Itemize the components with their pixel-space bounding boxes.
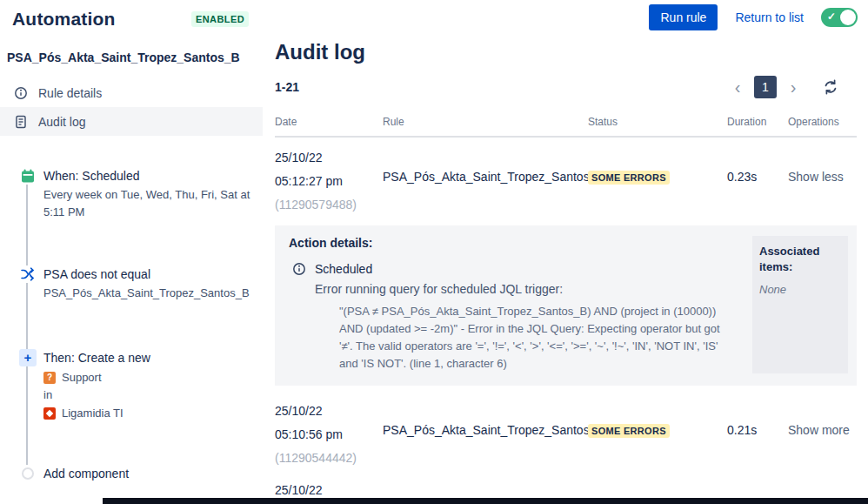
document-icon	[14, 115, 28, 129]
enabled-badge: ENABLED	[191, 11, 249, 27]
flow-action[interactable]: + Then: Create a new ? Support in Ligami…	[19, 349, 263, 423]
run-date: 25/10/22	[275, 400, 383, 423]
automation-app: Automation ENABLED PSA_Pós_Akta_Saint_Tr…	[0, 0, 868, 504]
refresh-icon[interactable]	[822, 78, 839, 96]
condition-title: PSA does not equal	[43, 265, 250, 281]
status-badge: SOME ERRORS	[588, 171, 670, 185]
run-time: 05:10:56 pm	[275, 423, 383, 447]
branch-icon	[19, 265, 37, 283]
show-less-link[interactable]: Show less	[778, 146, 857, 217]
add-component-label: Add component	[43, 465, 129, 480]
flow-connector-line	[26, 176, 28, 474]
run-rule-button[interactable]: Run rule	[649, 4, 718, 30]
table-row: 25/10/22 05:10:56 pm (11290544442) PSA_P…	[275, 391, 857, 470]
associated-items-box: Associated items: None	[752, 236, 848, 373]
flow-condition[interactable]: PSA does not equal PSA_Pós_Akta_Saint_Tr…	[19, 265, 263, 302]
trigger-title: When: Scheduled	[43, 167, 252, 183]
rule-enabled-toggle[interactable]: ✓	[821, 8, 858, 27]
issue-type-icon: ?	[43, 372, 56, 384]
sidebar-item-rule-details[interactable]: Rule details	[0, 78, 263, 107]
status-badge: SOME ERRORS	[588, 424, 670, 438]
page-title: Automation	[12, 9, 116, 30]
table-row: 25/10/22 05:12:27 pm (11290579488) PSA_P…	[275, 138, 857, 217]
add-component[interactable]: Add component	[19, 465, 263, 482]
event-title: Scheduled	[315, 262, 372, 276]
pagination: ‹ 1 ›	[728, 76, 857, 98]
sidebar-item-label: Audit log	[38, 115, 85, 129]
audit-log-panel: Audit log 1-21 ‹ 1 › Date Rule Status Du…	[275, 0, 857, 504]
plus-icon: +	[19, 349, 37, 366]
col-status: Status	[588, 116, 727, 128]
rule-name: PSA_Pós_Akta_Saint_Tropez_Santos_B	[7, 50, 256, 64]
sidebar-item-audit-log[interactable]: Audit log	[0, 107, 263, 136]
run-time: 05:12:27 pm	[275, 170, 383, 193]
error-intro: Error running query for scheduled JQL tr…	[315, 282, 740, 296]
action-details-content: Action details: Scheduled Error running …	[289, 236, 740, 373]
run-status-cell: SOME ERRORS	[588, 146, 727, 217]
run-id: (11290579488)	[275, 193, 383, 217]
event-row: Scheduled	[292, 262, 740, 276]
col-operations: Operations	[778, 116, 857, 128]
window-edge-bar	[103, 498, 868, 504]
sidebar-item-label: Rule details	[38, 86, 102, 100]
result-range: 1-21	[275, 80, 299, 94]
action-connector-word: in	[43, 386, 150, 405]
error-message: "(PSA ≠ PSA_Pós_Akta_Saint_Tropez_Santos…	[339, 303, 729, 373]
run-duration: 0.23s	[727, 146, 778, 217]
action-project: Ligamidia TI	[62, 405, 124, 423]
action-details: ? Support in Ligamidia TI	[43, 369, 150, 423]
run-date-cell: 25/10/22 05:12:27 pm (11290579488)	[275, 146, 383, 217]
run-status-cell: SOME ERRORS	[588, 400, 727, 470]
action-details-heading: Action details:	[289, 236, 740, 250]
sidebar-nav: Rule details Audit log	[0, 78, 263, 136]
run-date-cell: 25/10/22 05:10:56 pm (11290544442)	[275, 400, 383, 470]
run-duration: 0.21s	[727, 400, 778, 470]
sidebar: Automation ENABLED PSA_Pós_Akta_Saint_Tr…	[0, 0, 263, 504]
col-date: Date	[275, 116, 383, 128]
info-icon	[14, 86, 28, 100]
project-avatar-icon	[43, 407, 56, 420]
table-header: Date Rule Status Duration Operations	[275, 116, 857, 138]
flow-trigger[interactable]: When: Scheduled Every week on Tue, Wed, …	[19, 167, 263, 220]
run-rule-name: PSA_Pós_Akta_Saint_Tropez_Santos_B	[383, 146, 588, 217]
trigger-subtitle: Every week on Tue, Wed, Thu, Fri, Sat at…	[43, 186, 252, 220]
col-rule: Rule	[383, 116, 588, 128]
audit-meta-row: 1-21 ‹ 1 ›	[275, 76, 857, 98]
info-icon	[292, 262, 306, 276]
return-to-list-link[interactable]: Return to list	[735, 10, 804, 24]
calendar-icon	[19, 167, 37, 185]
associated-items-heading: Associated items:	[759, 244, 841, 274]
check-icon: ✓	[827, 10, 836, 23]
prev-page-button[interactable]: ‹	[728, 76, 747, 98]
next-page-button[interactable]: ›	[784, 76, 803, 98]
action-title: Then: Create a new	[43, 349, 150, 365]
action-issue-type: Support	[62, 369, 102, 387]
run-rule-name: PSA_Pós_Akta_Saint_Tropez_Santos_B	[383, 400, 588, 470]
associated-items-value: None	[759, 283, 841, 296]
show-more-link[interactable]: Show more	[778, 400, 857, 470]
audit-log-title: Audit log	[275, 40, 857, 64]
top-controls: Run rule Return to list ✓	[649, 4, 858, 30]
current-page-button[interactable]: 1	[754, 76, 777, 98]
condition-subtitle: PSA_Pós_Akta_Saint_Tropez_Santos_B	[43, 285, 250, 302]
toggle-knob	[840, 10, 856, 25]
col-duration: Duration	[727, 116, 778, 128]
sidebar-header: Automation ENABLED	[0, 9, 263, 30]
action-details-panel: Action details: Scheduled Error running …	[275, 225, 857, 386]
empty-circle-icon	[19, 465, 37, 482]
run-id: (11290544442)	[275, 447, 383, 470]
rule-flow: When: Scheduled Every week on Tue, Wed, …	[0, 167, 263, 482]
run-date: 25/10/22	[275, 146, 383, 170]
